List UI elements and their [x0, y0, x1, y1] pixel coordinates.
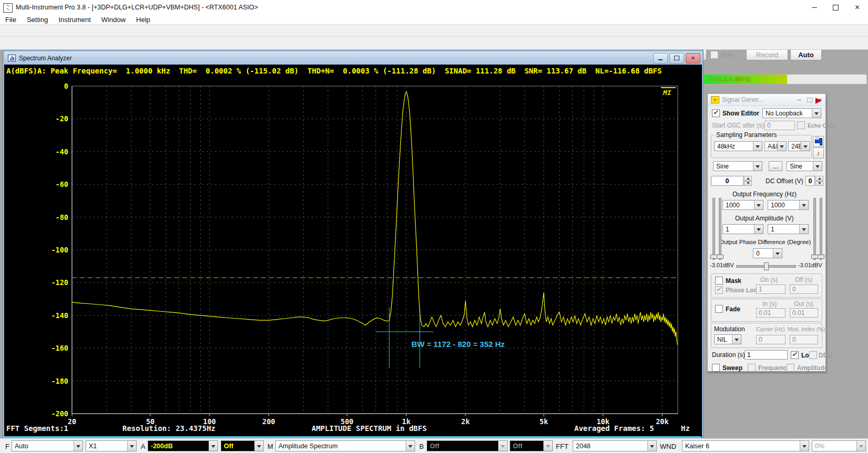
sweep-checkbox[interactable]: Sweep [712, 364, 742, 372]
siggen-minimize-button[interactable] [794, 96, 804, 104]
frequency-b-combo[interactable]: 1000 [768, 200, 809, 210]
fade-checkbox[interactable]: Fade [715, 305, 740, 313]
music-note-button[interactable]: ♪ [813, 148, 824, 159]
close-button[interactable]: ✕ [846, 0, 868, 15]
spinner-up-button[interactable] [744, 176, 752, 181]
spinner-value[interactable]: 0 [711, 176, 743, 186]
chevron-down-icon[interactable] [209, 441, 218, 451]
overlap-combo[interactable]: 0% [812, 440, 866, 451]
dc-offset-a-spinner[interactable]: 0 [711, 176, 752, 186]
mask-checkbox[interactable]: Mask [715, 277, 741, 285]
spinner-down-button[interactable] [815, 181, 823, 186]
sweep-amplitude-checkbox[interactable]: Amplitude [787, 364, 828, 372]
echo-only-checkbox[interactable]: Echo Only [797, 121, 835, 129]
spinner-up-button[interactable] [815, 176, 823, 181]
mask-off-field[interactable]: 0 [790, 285, 818, 294]
chevron-down-icon[interactable] [754, 225, 763, 234]
show-editor-checkbox[interactable]: Show Editor [712, 109, 759, 117]
record-button[interactable]: Record [746, 49, 788, 60]
balance-slider-thumb[interactable] [764, 262, 769, 270]
chevron-down-icon[interactable] [813, 162, 822, 171]
a-range-combo[interactable]: -200dB [148, 440, 218, 451]
spectrum-close-button[interactable]: ✕ [686, 53, 700, 64]
fft-size-combo[interactable]: 2048 [573, 440, 657, 451]
display-mode-combo[interactable]: Amplitude Spectrum [275, 440, 415, 451]
balance-slider[interactable] [736, 265, 796, 268]
spectrum-plot[interactable]: 20501002005001k2k5k10k20k0-20-40-60-80-1… [4, 77, 700, 424]
level-slider-b-right[interactable] [820, 198, 822, 260]
fade-out-field[interactable]: 0.01 [790, 308, 818, 318]
menu-item-window[interactable]: Window [96, 15, 131, 24]
chevron-down-icon[interactable] [801, 142, 810, 151]
chevron-down-icon[interactable] [800, 441, 809, 451]
sweep-frequency-checkbox[interactable]: Frequency [748, 364, 790, 372]
a-compare-combo[interactable]: Off [221, 440, 264, 451]
phase-lock-checkbox[interactable]: Phase Lock [715, 286, 761, 294]
chevron-down-icon[interactable] [777, 142, 786, 151]
siggen-channels-combo[interactable]: A&B [764, 141, 787, 151]
level-slider-a-left[interactable] [712, 198, 715, 260]
spectrum-window-titlebar[interactable]: Spectrum Analyzer ✕ [4, 51, 702, 65]
chevron-down-icon[interactable] [753, 142, 762, 151]
chevron-down-icon[interactable] [754, 201, 763, 209]
chevron-down-icon[interactable] [127, 441, 136, 451]
level-slider-b-left[interactable] [813, 198, 816, 260]
amplitude-b-combo[interactable]: 1 [768, 224, 809, 234]
menu-item-instrument[interactable]: Instrument [53, 15, 96, 24]
dds-checkbox2[interactable]: DDS [809, 351, 832, 359]
menu-item-setting[interactable]: Setting [22, 15, 53, 24]
maximize-button[interactable] [825, 0, 846, 15]
chevron-down-icon[interactable] [732, 335, 741, 344]
window-function-combo[interactable]: Kaiser 6 [682, 440, 809, 451]
menu-item-file[interactable]: File [0, 15, 22, 24]
mod-index-field[interactable]: 0 [790, 335, 818, 344]
siggen-maximize-button[interactable] [804, 96, 815, 104]
siggen-run-icon[interactable]: ▶ [815, 96, 822, 104]
chevron-down-icon[interactable] [498, 441, 507, 451]
spectrum-minimize-button[interactable] [653, 53, 668, 64]
fade-in-field[interactable]: 0.01 [756, 308, 786, 318]
level-slider-a-right[interactable] [719, 198, 721, 260]
chevron-down-icon[interactable] [799, 201, 808, 209]
minimize-button[interactable] [803, 0, 825, 15]
frequency-a-combo[interactable]: 1000 [722, 200, 763, 210]
level-slider-b-thumb2[interactable] [818, 255, 824, 259]
siggen-sample-rate-combo[interactable]: 48kHz [714, 141, 762, 151]
spinner-down-button[interactable] [744, 181, 752, 186]
carrier-field[interactable]: 0 [756, 335, 786, 344]
b-range-combo[interactable]: Off [427, 440, 508, 451]
waveform-a-combo[interactable]: Sine [713, 161, 762, 171]
chevron-down-icon[interactable] [647, 441, 656, 451]
loopback-combo[interactable]: No Loopback [762, 108, 821, 118]
waveform-b-combo[interactable]: Sine [787, 161, 822, 171]
spinner-value[interactable]: 0 [805, 176, 815, 186]
chevron-down-icon[interactable] [773, 249, 782, 258]
chevron-down-icon[interactable] [543, 441, 552, 451]
b-compare-combo[interactable]: Off [510, 440, 553, 451]
dc-offset-b-spinner[interactable]: 0 [805, 176, 823, 186]
chevron-down-icon[interactable] [74, 441, 82, 451]
waveform-more-button[interactable]: ... [769, 161, 782, 171]
menu-item-help[interactable]: Help [131, 15, 156, 24]
amplitude-a-combo[interactable]: 1 [722, 224, 763, 234]
auto-button[interactable]: Auto [790, 49, 822, 60]
chevron-down-icon[interactable] [856, 441, 865, 451]
duration-field[interactable]: 1 [745, 350, 788, 360]
start-osc-field[interactable]: 0 [764, 121, 795, 130]
mask-on-field[interactable]: 1 [756, 285, 786, 294]
chevron-down-icon[interactable] [799, 225, 808, 234]
modulation-combo[interactable]: NIL [714, 334, 741, 344]
freq-axis-combo[interactable]: Auto [12, 440, 83, 451]
phase-difference-combo[interactable]: 0 [753, 248, 782, 258]
chevron-down-icon[interactable] [812, 109, 821, 118]
signal-generator-titlebar[interactable]: ≈ Signal Gener... ✕ [708, 94, 825, 106]
save-signal-button[interactable] [813, 136, 824, 147]
level-slider-a-thumb2[interactable] [717, 255, 724, 259]
spectrum-maximize-button[interactable] [669, 53, 684, 64]
siggen-bits-combo[interactable]: 24Bit [788, 141, 810, 151]
chevron-down-icon[interactable] [406, 441, 415, 451]
zoom-combo[interactable]: X1 [86, 440, 137, 451]
roll-checkbox[interactable]: Roll [710, 51, 733, 59]
chevron-down-icon[interactable] [753, 162, 762, 171]
chevron-down-icon[interactable] [254, 441, 263, 451]
